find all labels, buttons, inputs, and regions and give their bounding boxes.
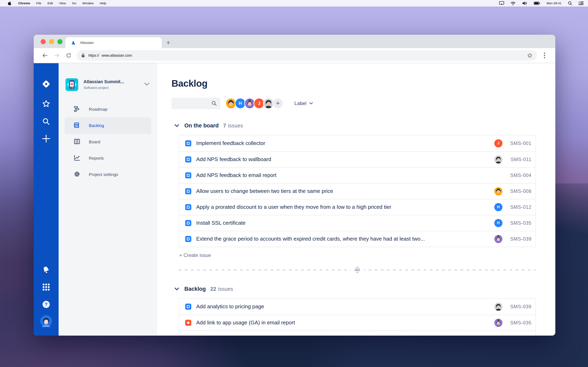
menubar-clock[interactable]: Mon 09:41: [546, 1, 562, 5]
address-bar[interactable]: https:// www.atlassian.com: [77, 50, 537, 61]
backlog-icon: [74, 122, 80, 129]
sidebar-item-label: Project settings: [89, 172, 118, 177]
menubar-item-edit[interactable]: Edit: [44, 1, 56, 5]
issue-row[interactable]: Install SSL certificate HSMS-035: [179, 215, 536, 231]
issue-row[interactable]: Extend the grace period to accounts with…: [179, 231, 536, 247]
task-type-icon: [185, 172, 191, 178]
sidebar-nav: Roadmap Backlog Board Reports Project se…: [59, 101, 157, 183]
new-tab-button[interactable]: +: [162, 37, 175, 48]
global-nav-rail: ?: [34, 63, 59, 336]
menubar-item-go[interactable]: Go: [69, 1, 79, 5]
add-assignee-button[interactable]: +: [272, 98, 283, 109]
back-icon[interactable]: [39, 50, 51, 61]
app-switcher-icon[interactable]: [43, 284, 50, 292]
assignee-avatar[interactable]: [494, 303, 502, 311]
assignee-avatar[interactable]: [494, 187, 502, 195]
sidebar-item-reports[interactable]: Reports: [65, 150, 151, 166]
menubar-item-help[interactable]: Help: [96, 1, 109, 5]
notifications-bell-icon[interactable]: [42, 266, 51, 275]
browser-menu-icon[interactable]: [539, 50, 550, 61]
sidebar-item-backlog[interactable]: Backlog: [65, 117, 151, 134]
issue-row-partial: [179, 331, 536, 336]
section-title: On the board: [184, 123, 219, 129]
section-count: 7: [223, 123, 226, 129]
profile-avatar[interactable]: [40, 315, 52, 328]
assignee-avatar[interactable]: H: [494, 219, 502, 227]
sidebar-item-roadmap[interactable]: Roadmap: [65, 101, 151, 117]
minimize-window-button[interactable]: [49, 39, 54, 44]
battery-icon[interactable]: [534, 2, 540, 5]
issue-row[interactable]: Allow users to change between two tiers …: [179, 183, 536, 199]
search-box: [172, 98, 220, 109]
search-icon[interactable]: [42, 117, 50, 126]
sidebar-item-label: Roadmap: [89, 107, 107, 112]
issue-row[interactable]: Add NPS feedback to wallboard SMS-011: [179, 151, 536, 167]
backlog-page: Backlog H J + Label: [157, 63, 555, 336]
divider-drag-handle[interactable]: [351, 266, 364, 275]
menubar-item-view[interactable]: View: [56, 1, 69, 5]
starred-icon[interactable]: [42, 100, 51, 109]
section-count-suffix: issues: [218, 286, 233, 292]
issue-row[interactable]: Implement feedback collector JSMS-001: [179, 135, 536, 151]
collapse-chevron-icon: [174, 287, 179, 290]
issue-row[interactable]: Add analytics to pricing page SMS-039: [179, 299, 536, 315]
apple-logo-icon[interactable]: [4, 1, 15, 5]
chevron-down-icon: [309, 102, 313, 104]
jira-app: ? Atlassian Summit... Software project: [34, 63, 555, 336]
list-menu-icon[interactable]: [579, 1, 584, 5]
issue-title: Extend the grace period to accounts with…: [196, 236, 425, 242]
task-type-icon: [185, 220, 191, 226]
assignee-avatar[interactable]: [494, 235, 502, 243]
url-scheme: https://: [88, 53, 99, 58]
label-filter-dropdown[interactable]: Label: [294, 100, 313, 106]
assignee-avatar[interactable]: [494, 319, 502, 327]
issue-title: Apply a prorated discount to a user when…: [196, 204, 391, 210]
browser-tab-atlassian[interactable]: Atlassian: [65, 37, 162, 48]
jira-logo-icon[interactable]: [40, 78, 52, 91]
section-count-suffix: issues: [228, 123, 243, 129]
issue-title: Add link to app usage (GA) in email repo…: [196, 319, 295, 326]
backlog-issue-list: Add analytics to pricing page SMS-039 Ad…: [179, 298, 536, 336]
bookmark-star-icon[interactable]: [527, 53, 532, 58]
volume-icon[interactable]: [522, 1, 527, 5]
assignee-avatar[interactable]: [494, 155, 502, 164]
menubar-item-file[interactable]: File: [33, 1, 44, 5]
task-type-icon: [185, 156, 191, 162]
board-icon: [74, 138, 80, 146]
sidebar-item-board[interactable]: Board: [65, 134, 151, 150]
filter-bar: H J + Label: [172, 98, 555, 109]
window-controls: [41, 39, 62, 44]
issue-row[interactable]: Add link to app usage (GA) in email repo…: [179, 315, 536, 331]
assignee-avatar[interactable]: H: [494, 203, 502, 211]
zoom-window-button[interactable]: [57, 39, 62, 44]
add-icon[interactable]: [42, 134, 51, 144]
svg-text:?: ?: [45, 301, 48, 307]
create-issue-button[interactable]: + Create issue: [179, 252, 211, 258]
menubar-item-chrome[interactable]: Chrome: [15, 1, 33, 5]
project-switcher[interactable]: Atlassian Summit... Software project: [59, 78, 157, 91]
issue-row[interactable]: Apply a prorated discount to a user when…: [179, 199, 536, 215]
help-icon[interactable]: ?: [41, 299, 51, 310]
assignee-avatar[interactable]: J: [494, 139, 502, 147]
browser-window: Atlassian + https:// www.atlassian.com: [34, 35, 555, 336]
board-section-header[interactable]: On the board 7 issues: [172, 123, 555, 129]
wifi-icon[interactable]: [511, 1, 516, 5]
sidebar-item-project-settings[interactable]: Project settings: [65, 166, 151, 183]
url-host: www.atlassian.com: [102, 53, 132, 58]
issue-key: SMS-039: [507, 236, 531, 242]
issue-title: Add NPS feedback to email report: [196, 172, 277, 178]
close-window-button[interactable]: [41, 39, 46, 44]
backlog-section-header[interactable]: Backlog 22 issues: [172, 286, 555, 292]
issue-title: Implement feedback collector: [196, 140, 265, 146]
project-avatar: [66, 78, 78, 91]
reload-icon[interactable]: [63, 50, 75, 61]
sidebar-item-label: Backlog: [89, 123, 104, 128]
section-count: 22: [210, 286, 216, 292]
spotlight-icon[interactable]: [568, 1, 572, 5]
forward-icon[interactable]: [51, 50, 63, 61]
issue-row[interactable]: Add NPS feedback to email report SMS-004: [179, 167, 536, 183]
sidebar-item-label: Reports: [89, 156, 104, 161]
screen-mirroring-icon[interactable]: [499, 1, 504, 5]
issue-title: Add NPS feedback to wallboard: [196, 156, 271, 162]
menubar-item-window[interactable]: Window: [79, 1, 96, 5]
